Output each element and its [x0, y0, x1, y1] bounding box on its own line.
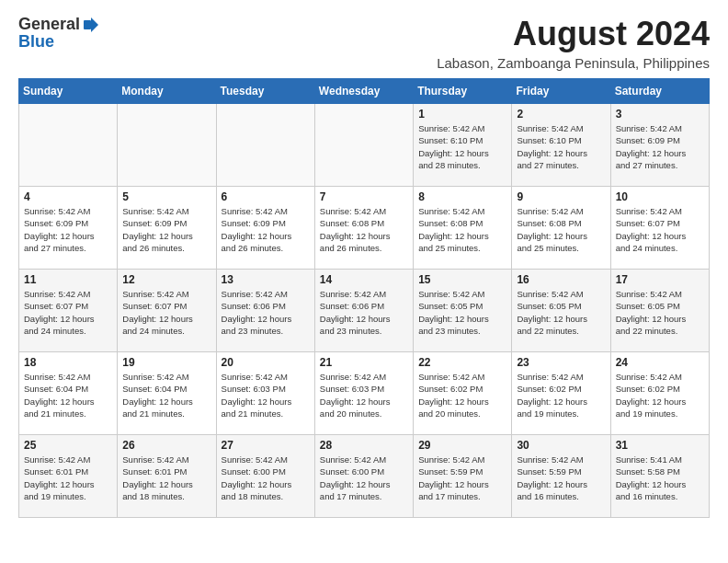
day-number: 27: [222, 439, 310, 452]
day-info: Sunrise: 5:42 AMSunset: 6:08 PMDaylight:…: [517, 205, 605, 254]
column-header-sunday: Sunday: [19, 79, 118, 104]
day-info: Sunrise: 5:42 AMSunset: 6:01 PMDaylight:…: [24, 454, 112, 502]
day-number: 4: [24, 190, 112, 203]
day-info: Sunrise: 5:42 AMSunset: 6:08 PMDaylight:…: [320, 205, 408, 254]
day-number: 12: [122, 273, 210, 286]
day-info: Sunrise: 5:42 AMSunset: 6:10 PMDaylight:…: [517, 122, 605, 171]
day-info: Sunrise: 5:42 AMSunset: 6:02 PMDaylight:…: [616, 371, 704, 419]
logo-general-text: General: [18, 15, 80, 34]
column-header-wednesday: Wednesday: [314, 79, 413, 104]
week-row-4: 18Sunrise: 5:42 AMSunset: 6:04 PMDayligh…: [19, 352, 710, 435]
day-info: Sunrise: 5:42 AMSunset: 6:00 PMDaylight:…: [320, 454, 408, 502]
day-cell-8: 8Sunrise: 5:42 AMSunset: 6:08 PMDaylight…: [414, 187, 512, 270]
day-info: Sunrise: 5:42 AMSunset: 6:08 PMDaylight:…: [418, 205, 506, 254]
day-number: 1: [418, 108, 506, 121]
day-number: 25: [24, 439, 112, 452]
day-cell-11: 11Sunrise: 5:42 AMSunset: 6:07 PMDayligh…: [19, 270, 118, 352]
week-row-5: 25Sunrise: 5:42 AMSunset: 6:01 PMDayligh…: [19, 435, 710, 518]
day-number: 20: [222, 356, 310, 369]
day-info: Sunrise: 5:42 AMSunset: 6:05 PMDaylight:…: [418, 288, 506, 337]
main-title: August 2024: [437, 15, 710, 53]
empty-cell: [314, 104, 413, 187]
day-cell-25: 25Sunrise: 5:42 AMSunset: 6:01 PMDayligh…: [19, 435, 118, 518]
day-info: Sunrise: 5:42 AMSunset: 6:03 PMDaylight:…: [320, 371, 408, 419]
day-info: Sunrise: 5:42 AMSunset: 6:00 PMDaylight:…: [222, 454, 310, 502]
day-number: 10: [616, 190, 704, 203]
day-info: Sunrise: 5:42 AMSunset: 6:09 PMDaylight:…: [616, 122, 704, 171]
day-info: Sunrise: 5:42 AMSunset: 6:07 PMDaylight:…: [24, 288, 112, 337]
day-info: Sunrise: 5:42 AMSunset: 6:09 PMDaylight:…: [222, 205, 310, 254]
day-cell-5: 5Sunrise: 5:42 AMSunset: 6:09 PMDaylight…: [118, 187, 216, 270]
day-info: Sunrise: 5:42 AMSunset: 5:59 PMDaylight:…: [517, 454, 605, 502]
day-cell-10: 10Sunrise: 5:42 AMSunset: 6:07 PMDayligh…: [610, 187, 709, 270]
day-cell-20: 20Sunrise: 5:42 AMSunset: 6:03 PMDayligh…: [216, 352, 314, 435]
day-info: Sunrise: 5:42 AMSunset: 6:01 PMDaylight:…: [122, 454, 210, 502]
day-cell-22: 22Sunrise: 5:42 AMSunset: 6:02 PMDayligh…: [414, 352, 512, 435]
empty-cell: [216, 104, 314, 187]
logo: General Blue: [18, 15, 100, 52]
day-number: 5: [122, 190, 210, 203]
day-number: 2: [517, 108, 605, 121]
svg-marker-0: [91, 17, 98, 32]
day-cell-6: 6Sunrise: 5:42 AMSunset: 6:09 PMDaylight…: [216, 187, 314, 270]
week-row-1: 1Sunrise: 5:42 AMSunset: 6:10 PMDaylight…: [19, 104, 710, 187]
subtitle: Labason, Zamboanga Peninsula, Philippine…: [437, 55, 710, 71]
day-cell-24: 24Sunrise: 5:42 AMSunset: 6:02 PMDayligh…: [610, 352, 709, 435]
week-row-3: 11Sunrise: 5:42 AMSunset: 6:07 PMDayligh…: [19, 270, 710, 352]
day-number: 29: [418, 439, 506, 452]
day-cell-23: 23Sunrise: 5:42 AMSunset: 6:02 PMDayligh…: [512, 352, 610, 435]
week-row-2: 4Sunrise: 5:42 AMSunset: 6:09 PMDaylight…: [19, 187, 710, 270]
svg-rect-1: [84, 20, 91, 29]
page-header: General Blue August 2024 Labason, Zamboa…: [18, 15, 710, 71]
day-number: 30: [517, 439, 605, 452]
day-cell-31: 31Sunrise: 5:41 AMSunset: 5:58 PMDayligh…: [610, 435, 709, 518]
day-info: Sunrise: 5:42 AMSunset: 6:04 PMDaylight:…: [24, 371, 112, 419]
day-info: Sunrise: 5:42 AMSunset: 6:09 PMDaylight:…: [122, 205, 210, 254]
day-number: 3: [616, 108, 704, 121]
day-cell-19: 19Sunrise: 5:42 AMSunset: 6:04 PMDayligh…: [118, 352, 216, 435]
logo-blue-text: Blue: [18, 32, 54, 52]
day-cell-21: 21Sunrise: 5:42 AMSunset: 6:03 PMDayligh…: [314, 352, 413, 435]
day-cell-18: 18Sunrise: 5:42 AMSunset: 6:04 PMDayligh…: [19, 352, 118, 435]
day-number: 15: [418, 273, 506, 286]
day-number: 22: [418, 356, 506, 369]
day-number: 28: [320, 439, 408, 452]
empty-cell: [118, 104, 216, 187]
day-number: 13: [222, 273, 310, 286]
day-number: 31: [616, 439, 704, 452]
day-info: Sunrise: 5:41 AMSunset: 5:58 PMDaylight:…: [616, 454, 704, 502]
day-info: Sunrise: 5:42 AMSunset: 6:07 PMDaylight:…: [122, 288, 210, 337]
day-cell-7: 7Sunrise: 5:42 AMSunset: 6:08 PMDaylight…: [314, 187, 413, 270]
day-info: Sunrise: 5:42 AMSunset: 6:04 PMDaylight:…: [122, 371, 210, 419]
column-header-thursday: Thursday: [414, 79, 512, 104]
day-cell-13: 13Sunrise: 5:42 AMSunset: 6:06 PMDayligh…: [216, 270, 314, 352]
day-info: Sunrise: 5:42 AMSunset: 6:06 PMDaylight:…: [320, 288, 408, 337]
calendar-table: SundayMondayTuesdayWednesdayThursdayFrid…: [18, 78, 710, 518]
column-header-friday: Friday: [512, 79, 610, 104]
day-info: Sunrise: 5:42 AMSunset: 6:02 PMDaylight:…: [517, 371, 605, 419]
day-cell-2: 2Sunrise: 5:42 AMSunset: 6:10 PMDaylight…: [512, 104, 610, 187]
day-cell-1: 1Sunrise: 5:42 AMSunset: 6:10 PMDaylight…: [414, 104, 512, 187]
day-cell-15: 15Sunrise: 5:42 AMSunset: 6:05 PMDayligh…: [414, 270, 512, 352]
day-cell-12: 12Sunrise: 5:42 AMSunset: 6:07 PMDayligh…: [118, 270, 216, 352]
day-number: 9: [517, 190, 605, 203]
calendar-header-row: SundayMondayTuesdayWednesdayThursdayFrid…: [19, 79, 710, 104]
day-number: 19: [122, 356, 210, 369]
day-number: 18: [24, 356, 112, 369]
day-info: Sunrise: 5:42 AMSunset: 6:09 PMDaylight:…: [24, 205, 112, 254]
day-info: Sunrise: 5:42 AMSunset: 6:10 PMDaylight:…: [418, 122, 506, 171]
day-cell-9: 9Sunrise: 5:42 AMSunset: 6:08 PMDaylight…: [512, 187, 610, 270]
day-number: 16: [517, 273, 605, 286]
day-cell-27: 27Sunrise: 5:42 AMSunset: 6:00 PMDayligh…: [216, 435, 314, 518]
day-number: 8: [418, 190, 506, 203]
day-info: Sunrise: 5:42 AMSunset: 6:02 PMDaylight:…: [418, 371, 506, 419]
day-info: Sunrise: 5:42 AMSunset: 6:05 PMDaylight:…: [517, 288, 605, 337]
column-header-tuesday: Tuesday: [216, 79, 314, 104]
day-cell-29: 29Sunrise: 5:42 AMSunset: 5:59 PMDayligh…: [414, 435, 512, 518]
day-number: 23: [517, 356, 605, 369]
day-cell-26: 26Sunrise: 5:42 AMSunset: 6:01 PMDayligh…: [118, 435, 216, 518]
logo-icon: [82, 16, 100, 34]
day-cell-30: 30Sunrise: 5:42 AMSunset: 5:59 PMDayligh…: [512, 435, 610, 518]
day-cell-16: 16Sunrise: 5:42 AMSunset: 6:05 PMDayligh…: [512, 270, 610, 352]
day-number: 21: [320, 356, 408, 369]
